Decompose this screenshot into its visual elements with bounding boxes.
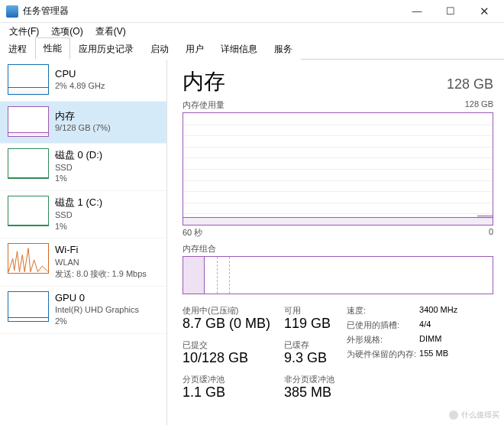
axis-right: 0 bbox=[489, 227, 493, 238]
close-button[interactable]: ✕ bbox=[467, 0, 501, 23]
sidebar-label: 内存 bbox=[55, 109, 111, 123]
form-value: DIMM bbox=[419, 334, 457, 346]
tab-services[interactable]: 服务 bbox=[266, 38, 301, 60]
tab-startup[interactable]: 启动 bbox=[142, 38, 177, 60]
minimize-button[interactable]: — bbox=[400, 0, 434, 23]
sidebar-item-cpu[interactable]: CPU 2% 4.89 GHz bbox=[0, 60, 166, 102]
stat-in-use: 使用中(已压缩) 8.7 GB (0 MB) bbox=[183, 305, 270, 332]
chart-x-axis: 60 秒 0 bbox=[183, 227, 493, 238]
watermark: 什么值得买 bbox=[449, 410, 499, 420]
speed-label: 速度: bbox=[347, 305, 416, 316]
disk-thumb-icon bbox=[8, 196, 49, 226]
tabbar: 进程 性能 应用历史记录 启动 用户 详细信息 服务 bbox=[0, 40, 504, 60]
window-controls: — ☐ ✕ bbox=[400, 0, 501, 23]
comp-standby bbox=[218, 257, 230, 294]
main-area: CPU 2% 4.89 GHz 内存 9/128 GB (7%) 磁盘 0 (D… bbox=[0, 60, 504, 425]
window-title: 任务管理器 bbox=[23, 5, 400, 18]
tab-processes[interactable]: 进程 bbox=[0, 38, 35, 60]
watermark-icon bbox=[449, 410, 458, 420]
detail-header: 内存 128 GB bbox=[183, 67, 493, 96]
comp-label-row: 内存组合 bbox=[183, 243, 493, 255]
hwres-label: 为硬件保留的内存: bbox=[347, 349, 416, 360]
stat-committed: 已提交 10/128 GB bbox=[183, 339, 270, 366]
stat-cached: 已缓存 9.3 GB bbox=[284, 339, 334, 366]
axis-left: 60 秒 bbox=[183, 227, 202, 238]
stat-nonpaged: 非分页缓冲池 385 MB bbox=[284, 374, 334, 401]
sidebar-label: CPU bbox=[55, 67, 105, 81]
chart-top-label-row: 内存使用量 128 GB bbox=[183, 99, 493, 111]
detail-capacity: 128 GB bbox=[447, 76, 493, 92]
menu-view[interactable]: 查看(V) bbox=[89, 24, 132, 40]
sidebar-label: 磁盘 0 (D:) bbox=[55, 148, 102, 162]
stats-area: 使用中(已压缩) 8.7 GB (0 MB) 可用 119 GB 已提交 10/… bbox=[183, 305, 493, 400]
speed-value: 3400 MHz bbox=[419, 305, 457, 316]
sidebar-sublabel: Intel(R) UHD Graphics bbox=[55, 304, 139, 316]
sidebar: CPU 2% 4.89 GHz 内存 9/128 GB (7%) 磁盘 0 (D… bbox=[0, 60, 166, 425]
sidebar-item-wifi[interactable]: Wi-Fi WLAN 发送: 8.0 接收: 1.9 Mbps bbox=[0, 238, 166, 286]
stat-paged: 分页缓冲池 1.1 GB bbox=[183, 374, 270, 401]
sidebar-sublabel: SSD bbox=[55, 209, 102, 221]
wifi-thumb-icon bbox=[8, 243, 49, 274]
sidebar-item-memory[interactable]: 内存 9/128 GB (7%) bbox=[0, 102, 166, 144]
sidebar-sublabel: SSD bbox=[55, 162, 102, 174]
sidebar-sublabel2: 1% bbox=[55, 221, 102, 232]
sidebar-sublabel2: 1% bbox=[55, 173, 102, 184]
memory-composition-chart[interactable] bbox=[183, 256, 493, 294]
comp-in-use bbox=[183, 257, 205, 294]
sidebar-item-disk0[interactable]: 磁盘 0 (D:) SSD 1% bbox=[0, 144, 166, 191]
titlebar: 任务管理器 — ☐ ✕ bbox=[0, 0, 504, 23]
sidebar-item-disk1[interactable]: 磁盘 1 (C:) SSD 1% bbox=[0, 191, 166, 238]
tab-app-history[interactable]: 应用历史记录 bbox=[70, 38, 142, 60]
cpu-thumb-icon bbox=[8, 64, 49, 95]
slots-value: 4/4 bbox=[419, 320, 457, 331]
chart-title: 内存使用量 bbox=[183, 99, 225, 111]
stat-available: 可用 119 GB bbox=[284, 305, 334, 332]
tab-performance[interactable]: 性能 bbox=[35, 37, 70, 60]
chart-max: 128 GB bbox=[465, 99, 493, 111]
sidebar-label: GPU 0 bbox=[55, 291, 139, 305]
menubar: 文件(F) 选项(O) 查看(V) bbox=[0, 23, 504, 40]
comp-modified bbox=[205, 257, 217, 294]
memory-thumb-icon bbox=[8, 106, 49, 137]
comp-free bbox=[230, 257, 493, 294]
sidebar-sublabel: WLAN bbox=[55, 257, 147, 268]
chart-fill bbox=[183, 217, 493, 225]
slots-label: 已使用的插槽: bbox=[347, 320, 416, 331]
stats-right: 速度: 3400 MHz 已使用的插槽: 4/4 外形规格: DIMM 为硬件保… bbox=[347, 305, 457, 400]
gpu-thumb-icon bbox=[8, 291, 49, 322]
sidebar-label: Wi-Fi bbox=[55, 243, 147, 257]
detail-panel: 内存 128 GB 内存使用量 128 GB 60 秒 0 内存组合 bbox=[166, 60, 504, 425]
form-label: 外形规格: bbox=[347, 334, 416, 346]
sidebar-sublabel: 2% 4.89 GHz bbox=[55, 80, 105, 92]
hwres-value: 155 MB bbox=[419, 349, 457, 360]
sidebar-label: 磁盘 1 (C:) bbox=[55, 196, 102, 209]
app-icon bbox=[6, 5, 18, 18]
tab-details[interactable]: 详细信息 bbox=[212, 38, 266, 60]
tab-users[interactable]: 用户 bbox=[177, 38, 212, 60]
stats-left: 使用中(已压缩) 8.7 GB (0 MB) 可用 119 GB 已提交 10/… bbox=[183, 305, 334, 400]
composition-label: 内存组合 bbox=[183, 243, 216, 255]
sidebar-sublabel2: 2% bbox=[55, 316, 139, 327]
sidebar-sublabel2: 发送: 8.0 接收: 1.9 Mbps bbox=[55, 268, 147, 280]
detail-heading: 内存 bbox=[183, 67, 225, 96]
maximize-button[interactable]: ☐ bbox=[434, 0, 467, 23]
sidebar-item-gpu[interactable]: GPU 0 Intel(R) UHD Graphics 2% bbox=[0, 287, 166, 334]
sidebar-sublabel: 9/128 GB (7%) bbox=[55, 122, 111, 134]
memory-usage-chart[interactable] bbox=[183, 112, 493, 225]
disk-thumb-icon bbox=[8, 148, 49, 179]
